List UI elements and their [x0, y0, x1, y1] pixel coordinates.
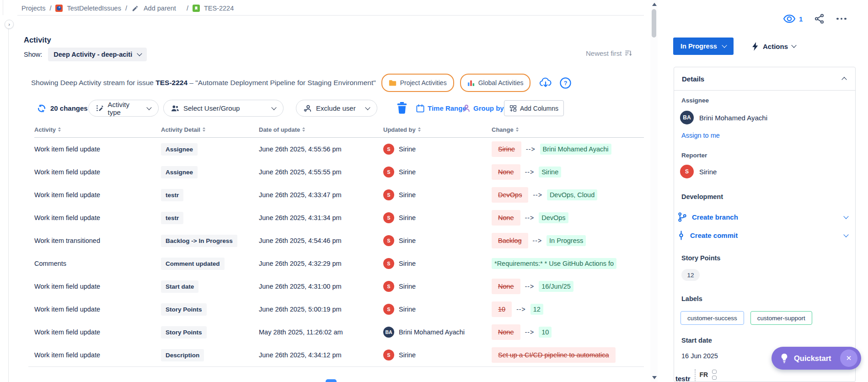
create-commit-link: Create commit — [690, 231, 738, 239]
row-activity-detail: Description — [161, 351, 259, 359]
create-branch-row[interactable]: Create branch — [678, 212, 848, 222]
watchers-button[interactable]: 1 — [783, 14, 803, 23]
row-date: June 26th 2025, 4:32:29 pm — [259, 260, 383, 267]
share-icon[interactable] — [813, 12, 826, 26]
row-date: June 26th 2025, 4:31:34 pm — [259, 214, 383, 221]
activity-table: ActivityActivity DetailDate of updateUpd… — [34, 123, 644, 366]
issue-action-icons: 1 — [783, 13, 847, 25]
sort-carets-icon — [418, 127, 421, 132]
help-icon[interactable]: ? — [558, 76, 572, 90]
pencil-icon — [131, 4, 139, 12]
clipped-next-field: testr FR — [675, 368, 730, 382]
row-change: None-->DevOps — [492, 210, 644, 226]
row-date: June 26th 2025, 4:34:12 pm — [259, 351, 383, 359]
activity-toolbar: 20 changes Activity type Select User/Gro… — [0, 100, 644, 117]
assignee-value[interactable]: BA Brini Mohamed Ayachi — [680, 111, 767, 124]
scrollbar-up-arrow[interactable] — [652, 3, 657, 6]
activity-type-filter[interactable]: Activity type — [88, 100, 159, 117]
row-activity-detail: Story Points — [161, 306, 259, 313]
breadcrumb-issue-link[interactable]: TES-2224 — [204, 5, 234, 12]
user-name: Sirine — [399, 145, 416, 153]
group-by-button[interactable]: Group by — [463, 100, 504, 117]
user-avatar: S — [383, 167, 394, 178]
row-updated-by: S Sirine — [383, 144, 492, 155]
story-points-label: Story Points — [681, 254, 720, 262]
user-avatar: S — [383, 281, 394, 292]
add-columns-button[interactable]: Add Columns — [504, 100, 564, 116]
user-name: Sirine — [399, 168, 416, 176]
refresh-icon — [37, 103, 47, 113]
breadcrumb-project-link[interactable]: TestDeletedIssues — [67, 5, 121, 12]
more-actions-icon[interactable] — [836, 18, 847, 20]
label-chip[interactable]: customer-support — [750, 311, 812, 325]
column-header[interactable]: Activity Detail — [161, 126, 259, 133]
add-parent-link[interactable]: Add parent — [144, 5, 176, 12]
row-change: Sirine-->Brini Mohamed Ayachi — [492, 141, 644, 157]
user-avatar: S — [383, 144, 394, 155]
exclude-user-filter[interactable]: Exclude user — [296, 100, 377, 117]
show-filter-row: Show: Deep Activity - deep-aciti — [24, 48, 147, 61]
row-change: Set up a CI/CD pipeline to automatica — [492, 347, 644, 363]
quickstart-button[interactable]: Quickstart ✕ — [772, 347, 861, 370]
select-user-group-filter[interactable]: Select User/Group — [163, 100, 284, 117]
status-dropdown[interactable]: In Progress — [673, 38, 734, 55]
row-activity: Work item field update — [34, 351, 161, 359]
table-row: Work item field update Story Points May … — [34, 321, 644, 344]
row-activity-detail: Story Points — [161, 328, 259, 336]
scrollbar-thumb[interactable] — [652, 9, 656, 38]
changes-count[interactable]: 20 changes — [37, 100, 88, 117]
sort-carets-icon — [203, 127, 205, 132]
expand-sidebar-button[interactable]: › — [5, 20, 14, 29]
person-exclude-icon — [304, 105, 312, 112]
activity-table-body: Work item field update Assignee June 26t… — [34, 138, 644, 366]
cloud-download-icon[interactable] — [539, 76, 552, 90]
activity-filter-dropdown[interactable]: Deep Activity - deep-aciti — [48, 48, 147, 61]
quickstart-close-button[interactable]: ✕ — [840, 350, 857, 367]
add-columns-grid-icon — [509, 105, 517, 112]
row-updated-by: S Sirine — [383, 235, 492, 246]
user-name: Sirine — [399, 283, 416, 290]
user-name: Sirine — [399, 351, 416, 359]
column-header[interactable]: Updated by — [383, 126, 492, 133]
row-activity-detail: Assignee — [161, 145, 259, 153]
create-branch-chevron-icon — [843, 214, 848, 219]
development-label: Development — [681, 193, 723, 200]
row-activity-detail: Backlog -> In Progress — [161, 237, 259, 244]
user-name: Sirine — [399, 214, 416, 221]
label-chip[interactable]: customer-success — [680, 311, 744, 325]
time-range-button[interactable]: Time Range — [416, 100, 466, 117]
details-title: Details — [682, 75, 704, 83]
assign-to-me-link[interactable]: Assign to me — [681, 132, 720, 139]
watchers-count: 1 — [799, 15, 803, 23]
row-activity: Work item transitioned — [34, 237, 161, 244]
column-header[interactable]: Date of update — [259, 126, 383, 133]
main-scrollbar[interactable] — [650, 0, 658, 382]
story-type-icon — [193, 5, 200, 12]
issue-activity-page: › Projects / TestDeletedIssues / Add par… — [0, 0, 868, 382]
details-panel-header[interactable]: Details — [674, 67, 855, 91]
stream-banner: Showing Deep Activity stream for issue T… — [31, 72, 635, 93]
labels-label: Labels — [681, 295, 702, 302]
scrollbar-down-arrow[interactable] — [652, 376, 657, 379]
create-commit-row[interactable]: Create commit — [678, 231, 848, 240]
column-header[interactable]: Activity — [34, 126, 161, 133]
global-activities-button[interactable]: Global Activities — [460, 74, 531, 92]
row-change: None-->Sirine — [492, 164, 644, 180]
reporter-value[interactable]: S Sirine — [680, 165, 717, 178]
people-icon — [171, 105, 179, 112]
load-more-button-partial[interactable] — [326, 379, 337, 382]
row-date: June 26th 2025, 4:31:00 pm — [259, 283, 383, 290]
row-change: *Requirements:* * Use GitHub Actions fo — [492, 258, 644, 269]
row-activity: Work item field update — [34, 283, 161, 290]
actions-dropdown[interactable]: Actions — [752, 38, 796, 55]
user-name: Sirine — [399, 306, 416, 313]
breadcrumb-projects-link[interactable]: Projects — [21, 5, 45, 12]
sort-order-button[interactable]: Newest first — [586, 49, 632, 57]
project-activities-button[interactable]: Project Activities — [381, 74, 454, 92]
clear-filters-trash-icon[interactable] — [396, 102, 408, 116]
breadcrumb-separator: / — [49, 5, 51, 12]
column-header[interactable]: Change — [492, 126, 644, 133]
language-indicator[interactable]: FR — [700, 368, 708, 378]
activity-table-header: ActivityActivity DetailDate of updateUpd… — [34, 123, 644, 136]
bar-chart-icon — [467, 80, 475, 86]
